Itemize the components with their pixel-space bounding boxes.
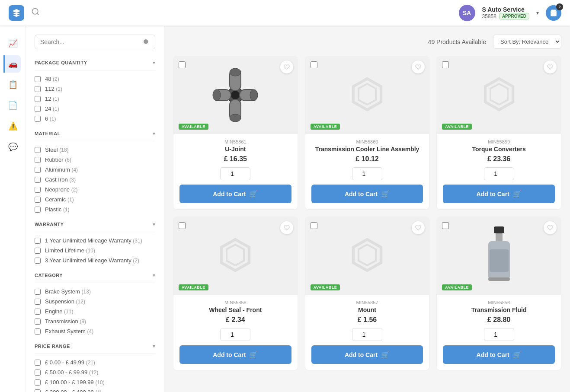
filter-checkbox-price-200-499[interactable] (35, 389, 41, 392)
nav-report[interactable]: ⚠️ (4, 118, 22, 135)
filter-item[interactable]: £ 50.00 - £ 99.99 (12) (35, 369, 155, 376)
qty-input-ujoint[interactable] (220, 167, 250, 180)
add-to-cart-ujoint[interactable]: Add to Cart 🛒 (179, 185, 291, 203)
nav-list[interactable]: 📄 (4, 97, 22, 114)
filter-item[interactable]: Rubber (6) (35, 156, 155, 163)
filter-checkbox-price-0-49[interactable] (35, 360, 41, 366)
filter-checkbox-aluminum[interactable] (35, 167, 41, 173)
filter-item[interactable]: £ 100.00 - £ 199.99 (10) (35, 379, 155, 386)
filter-checkbox-ceramic[interactable] (35, 197, 41, 203)
heart-icon (284, 225, 290, 231)
add-to-cart-torque[interactable]: Add to Cart 🛒 (443, 185, 555, 203)
filter-checkbox-steel[interactable] (35, 147, 41, 153)
filter-checkbox-exhaust[interactable] (35, 328, 41, 335)
user-info: S Auto Service 35858 APPROVED (482, 6, 530, 19)
product-checkbox-coolerline[interactable] (311, 61, 317, 68)
filter-item[interactable]: 112 (1) (35, 86, 155, 92)
filter-item[interactable]: 3 Year Unlimited Mileage Warranty (2) (35, 257, 155, 264)
wishlist-button-coolerline[interactable] (412, 61, 425, 73)
filter-checkbox-6[interactable] (35, 116, 41, 122)
filter-checkbox-engine[interactable] (35, 309, 41, 315)
wishlist-button-torque[interactable] (544, 61, 557, 73)
filter-checkbox-rubber[interactable] (35, 157, 41, 163)
add-to-cart-wheelseal[interactable]: Add to Cart 🛒 (179, 345, 291, 364)
wishlist-button-ujoint[interactable] (280, 61, 293, 73)
qty-input-transfluid[interactable] (484, 328, 514, 341)
cart-button[interactable]: 2 (546, 5, 561, 21)
filter-item[interactable]: Brake System (13) (35, 288, 155, 295)
add-to-cart-coolerline[interactable]: Add to Cart 🛒 (311, 185, 423, 203)
wishlist-button-mount[interactable] (412, 221, 425, 234)
filter-checkbox-3yr[interactable] (35, 258, 41, 264)
filter-checkbox-24[interactable] (35, 106, 41, 112)
user-menu-chevron[interactable]: ▾ (536, 10, 539, 16)
nav-chat[interactable]: 💬 (4, 138, 22, 156)
filter-checkbox-1yr[interactable] (35, 238, 41, 244)
filter-checkbox-suspension[interactable] (35, 299, 41, 305)
qty-input-coolerline[interactable] (352, 167, 382, 180)
product-image-wrap-mount: AVAILABLE (305, 217, 429, 295)
filter-item[interactable]: Cast Iron (3) (35, 176, 155, 183)
product-checkbox-torque[interactable] (442, 61, 449, 68)
filter-item[interactable]: £ 200.00 - £ 499.99 (4) (35, 389, 155, 392)
product-sku-torque: MIN55859 (443, 139, 555, 144)
product-checkbox-wheelseal[interactable] (179, 222, 186, 229)
filter-checkbox-price-50-99[interactable] (35, 370, 41, 376)
qty-input-wheelseal[interactable] (220, 328, 250, 341)
product-image-wrap-transfluid: AVAILABLE (437, 217, 561, 295)
filter-item[interactable]: Neoprene (2) (35, 186, 155, 193)
sort-select[interactable]: Sort By: Relevance Price: Low to High Pr… (493, 35, 561, 49)
filter-checkbox-brake[interactable] (35, 289, 41, 295)
search-icon[interactable] (31, 7, 40, 18)
wishlist-button-wheelseal[interactable] (280, 221, 293, 234)
nav-clipboard[interactable]: 📋 (4, 76, 22, 93)
filter-material-header[interactable]: MATERIAL ▾ (35, 131, 155, 141)
nav-car[interactable]: 🚗 (3, 55, 21, 73)
filter-item[interactable]: Transmission (9) (35, 318, 155, 325)
filter-checkbox-transmission[interactable] (35, 319, 41, 325)
filter-checkbox-price-100-199[interactable] (35, 379, 41, 386)
filter-item[interactable]: 6 (1) (35, 115, 155, 122)
filter-package-quantity: PACKAGE QUANTITY ▾ 48 (2) 112 (1) 12 (1) (35, 60, 155, 122)
filter-item[interactable]: £ 0.00 - £ 49.99 (21) (35, 359, 155, 366)
filter-item[interactable]: Suspension (12) (35, 298, 155, 305)
qty-input-mount[interactable] (352, 328, 382, 341)
filter-checkbox-48[interactable] (35, 76, 41, 82)
filter-checkbox-plastic[interactable] (35, 207, 41, 213)
app-logo[interactable] (9, 5, 24, 21)
nav-trending[interactable]: 📈 (4, 35, 22, 52)
add-to-cart-mount[interactable]: Add to Cart 🛒 (311, 345, 423, 364)
filter-checkbox-12[interactable] (35, 96, 41, 102)
filter-item[interactable]: Plastic (1) (35, 206, 155, 213)
filter-package-quantity-header[interactable]: PACKAGE QUANTITY ▾ (35, 60, 155, 70)
filter-item[interactable]: 1 Year Unlimited Mileage Warranty (31) (35, 237, 155, 244)
product-checkbox-transfluid[interactable] (442, 222, 449, 229)
wishlist-button-transfluid[interactable] (544, 221, 557, 234)
filter-item[interactable]: 48 (2) (35, 76, 155, 82)
filter-checkbox-neoprene[interactable] (35, 187, 41, 193)
filter-checkbox-limited-lifetime[interactable] (35, 248, 41, 254)
product-checkbox-mount[interactable] (311, 222, 317, 229)
filter-item[interactable]: 24 (1) (35, 105, 155, 112)
approved-badge: APPROVED (499, 13, 529, 19)
filter-category-header[interactable]: CATEGORY ▾ (35, 272, 155, 283)
product-checkbox-ujoint[interactable] (179, 61, 186, 68)
filter-item[interactable]: 12 (1) (35, 96, 155, 102)
search-input[interactable] (40, 38, 143, 45)
filter-item[interactable]: Exhaust System (4) (35, 328, 155, 335)
filter-item[interactable]: Engine (11) (35, 308, 155, 315)
svg-marker-14 (359, 84, 376, 105)
product-qty-mount (311, 328, 423, 341)
filter-checkbox-112[interactable] (35, 86, 41, 92)
qty-input-torque[interactable] (484, 167, 514, 180)
filter-item[interactable]: Ceramic (1) (35, 196, 155, 203)
add-to-cart-transfluid[interactable]: Add to Cart 🛒 (443, 345, 555, 364)
filter-price-range-header[interactable]: PRICE RANGE ▾ (35, 343, 155, 354)
filter-warranty-header[interactable]: WARRANTY ▾ (35, 221, 155, 232)
cart-icon-coolerline: 🛒 (381, 190, 390, 198)
filter-checkbox-cast-iron[interactable] (35, 177, 41, 183)
filter-item[interactable]: Steel (18) (35, 147, 155, 153)
filter-item[interactable]: Aluminum (4) (35, 166, 155, 173)
filter-item[interactable]: Limited Lifetime (10) (35, 247, 155, 254)
search-box[interactable] (35, 35, 155, 49)
